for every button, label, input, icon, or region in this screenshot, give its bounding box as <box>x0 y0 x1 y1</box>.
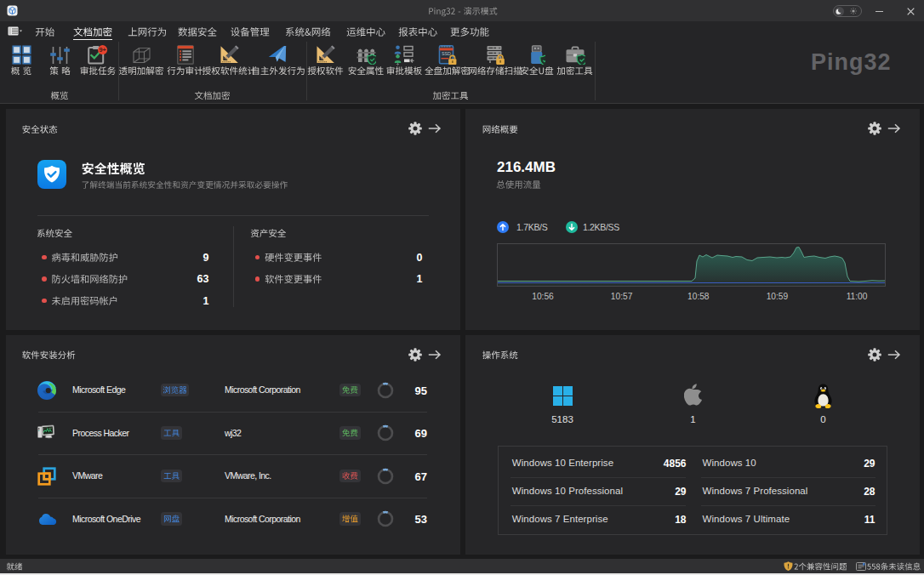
svg-text:9+: 9+ <box>99 46 106 54</box>
svg-text:SSD: SSD <box>442 51 451 56</box>
